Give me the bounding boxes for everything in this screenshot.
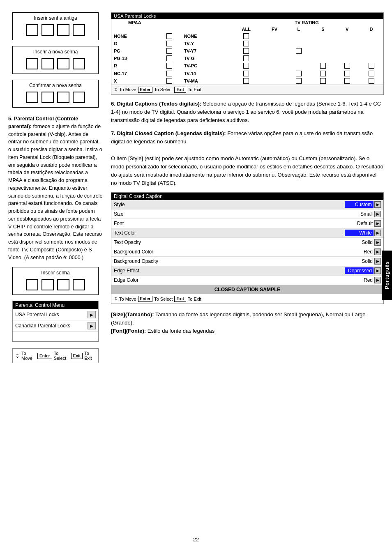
- dcc-edgecolor-arrow[interactable]: ▶: [374, 277, 381, 283]
- password-confirm-squares: [26, 92, 85, 103]
- dcc-nav-exit-key[interactable]: Exit: [174, 296, 186, 302]
- parental-usa-arrow[interactable]: ▶: [88, 311, 96, 318]
- table-row: NC-17 TV-14: [111, 69, 383, 77]
- section5-container: 5. Parental Control (Controle parental):…: [8, 115, 103, 261]
- password-old-label: Inserir senha antiga: [34, 15, 77, 21]
- dcc-size-label: Size: [114, 211, 123, 217]
- dcc-box: Digital Closed Caption Style Custom ▶ Si…: [111, 192, 384, 304]
- dcc-nav-enter-key[interactable]: Enter: [138, 296, 153, 302]
- usa-nav-enter-key[interactable]: Enter: [138, 87, 153, 93]
- dcc-font-arrow[interactable]: ▶: [374, 220, 381, 227]
- inserir-senha-label: Inserir senha: [41, 270, 69, 276]
- dcc-textopacity-value: Solid: [345, 239, 374, 245]
- col-v: V: [335, 26, 359, 32]
- parental-row-canadian-label: Canadian Parental Locks: [15, 323, 70, 329]
- inserir-senha-box: Inserir senha: [12, 267, 99, 295]
- dcc-bgcolor-row[interactable]: Background Color Red ▶: [111, 247, 383, 257]
- dcc-sample-label: CLOSED CAPTION SAMPLE: [214, 287, 281, 292]
- section7-body2: O item [Style] (estilo) pode ser ajustad…: [111, 155, 383, 186]
- section7-container: 7. Digital Closed Caption (Legendas digi…: [111, 129, 384, 187]
- dcc-edgeeffect-label: Edge Effect: [114, 268, 139, 274]
- usa-parental-locks-box: USA Parental Locks MPAA TV RATING ALL: [111, 12, 384, 95]
- font-body: Estilo da fonte das legendas: [148, 328, 214, 334]
- usa-nav-exit-key[interactable]: Exit: [174, 87, 186, 93]
- dcc-title: Digital Closed Caption: [111, 193, 383, 200]
- dcc-style-value-box: Custom ▶: [345, 201, 381, 208]
- dcc-style-arrow[interactable]: ▶: [374, 201, 381, 208]
- bottom-text: [Size](Tamanho): Tamanho da fonte das le…: [111, 311, 384, 335]
- password-confirm-box: Confirmar a nova senha: [12, 80, 99, 108]
- dcc-bgcolor-arrow[interactable]: ▶: [374, 249, 381, 255]
- side-tab: Português: [382, 251, 392, 300]
- dcc-nav-bar: ⇕ To Move Enter To Select Exit To Exit: [111, 294, 383, 304]
- left-nav-exit-text: To Exit: [84, 351, 96, 361]
- section6-heading: 6. Digital Captions (Textos digitais):: [111, 101, 201, 107]
- table-row: X TV-MA: [111, 77, 383, 85]
- left-nav-exit-key[interactable]: Exit: [71, 353, 83, 359]
- dcc-textcolor-row[interactable]: Text Color White ▶: [111, 228, 383, 238]
- dcc-edgeeffect-arrow[interactable]: ▶: [374, 267, 381, 274]
- usa-table-title: USA Parental Locks: [111, 13, 383, 19]
- dcc-font-label: Font: [114, 221, 124, 226]
- section7-heading: 7. Digital Closed Caption (Legendas digi…: [111, 130, 226, 136]
- dcc-font-value: Default: [345, 221, 374, 226]
- usa-nav-select-label: To Select: [154, 87, 173, 92]
- page-number: 22: [193, 536, 199, 543]
- dcc-textcolor-label: Text Color: [114, 230, 136, 236]
- col-all: ALL: [230, 26, 263, 32]
- col-fv: FV: [263, 26, 287, 32]
- dcc-bgopacity-arrow[interactable]: ▶: [374, 258, 381, 265]
- parental-canadian-arrow[interactable]: ▶: [88, 322, 96, 329]
- dcc-edgeeffect-row[interactable]: Edge Effect Depressed ▶: [111, 266, 383, 276]
- dcc-sample-row: CLOSED CAPTION SAMPLE: [111, 285, 383, 294]
- dcc-edgeeffect-value: Depressed: [345, 267, 374, 274]
- dcc-edgecolor-value: Red: [345, 277, 374, 283]
- dcc-nav-select-label: To Select: [154, 297, 173, 301]
- password-confirm-label: Confirmar a nova senha: [29, 83, 82, 88]
- pw-sq-4: [73, 24, 85, 36]
- dcc-textopacity-arrow[interactable]: ▶: [374, 239, 381, 246]
- col-s: S: [311, 26, 335, 32]
- table-row: G TV-Y: [111, 40, 383, 47]
- parental-menu-title: Parental Control Menu: [13, 301, 98, 309]
- dcc-bgopacity-row[interactable]: Background Opacity Solid ▶: [111, 257, 383, 266]
- dcc-textcolor-arrow[interactable]: ▶: [374, 230, 381, 236]
- mpaa-header: MPAA: [111, 19, 157, 26]
- dcc-edgecolor-label: Edge Color: [114, 277, 138, 283]
- col-d: D: [359, 26, 383, 32]
- dcc-size-row[interactable]: Size Small ▶: [111, 209, 383, 219]
- left-nav-bar: ⇕ To Move Enter To Select Exit To Exit: [12, 348, 99, 363]
- dcc-textopacity-label: Text Opacity: [114, 239, 141, 245]
- dcc-textcolor-value: White: [345, 230, 374, 236]
- usa-nav-move-label: To Move: [119, 87, 136, 92]
- table-row: PG-13 TV-G: [111, 55, 383, 62]
- dcc-textopacity-row[interactable]: Text Opacity Solid ▶: [111, 238, 383, 247]
- left-nav-move-label: To Move: [21, 351, 36, 361]
- dcc-bgopacity-label: Background Opacity: [114, 258, 158, 264]
- left-nav-move-icon: ⇕: [15, 353, 20, 359]
- usa-nav-move-icon: ⇕: [114, 87, 118, 92]
- parental-row-usa-label: USA Parental Locks: [15, 312, 59, 318]
- size-heading: [Size](Tamanho):: [111, 311, 154, 318]
- usa-nav-bar: ⇕ To Move Enter To Select Exit To Exit: [111, 85, 383, 94]
- dcc-style-value: Custom: [345, 201, 374, 208]
- dcc-nav-exit-text: To Exit: [188, 297, 201, 301]
- table-row: PG TV-Y7: [111, 47, 383, 55]
- dcc-size-arrow[interactable]: ▶: [374, 211, 381, 217]
- left-nav-enter-key[interactable]: Enter: [37, 353, 52, 359]
- pw-sq-3: [57, 24, 69, 36]
- font-heading: [Font](Fonte):: [111, 328, 146, 334]
- password-old-box: Inserir senha antiga: [12, 12, 99, 40]
- section6-container: 6. Digital Captions (Textos digitais): S…: [111, 100, 384, 124]
- section5-body: fornece o ajuste da função de controle p…: [8, 124, 102, 260]
- left-nav-select-label: To Select: [54, 351, 69, 361]
- dcc-edgecolor-row[interactable]: Edge Color Red ▶: [111, 276, 383, 285]
- dcc-font-row[interactable]: Font Default ▶: [111, 219, 383, 228]
- parental-row-canadian[interactable]: Canadian Parental Locks ▶: [13, 320, 98, 331]
- usa-nav-exit-text: To Exit: [188, 87, 201, 92]
- pw-sq-2: [42, 24, 54, 36]
- dcc-style-row[interactable]: Style Custom ▶: [111, 200, 383, 209]
- parental-menu-box: Parental Control Menu USA Parental Locks…: [12, 301, 99, 342]
- parental-row-usa[interactable]: USA Parental Locks ▶: [13, 309, 98, 320]
- pw-sq-1: [26, 24, 38, 36]
